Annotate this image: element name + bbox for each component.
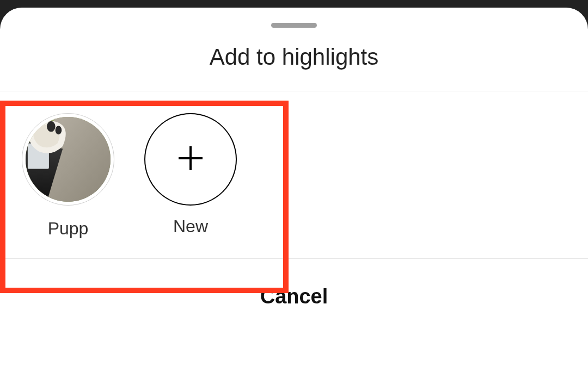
svg-point-5 [56,126,62,135]
highlight-item-new[interactable]: New [144,113,237,237]
plus-icon [175,143,206,176]
highlight-image [26,117,111,202]
bottom-sheet: Add to highlights [0,8,588,391]
highlight-label: Pupp [48,219,89,239]
svg-point-4 [47,121,56,132]
highlight-item-pupp[interactable]: Pupp [22,113,114,239]
highlight-thumbnail [22,113,114,206]
sheet-title: Add to highlights [0,44,588,70]
new-highlight-circle [144,113,237,206]
new-highlight-label: New [173,216,208,237]
highlights-row: Pupp New [0,91,588,258]
drag-handle[interactable] [271,23,317,28]
cancel-button[interactable]: Cancel [0,259,588,325]
